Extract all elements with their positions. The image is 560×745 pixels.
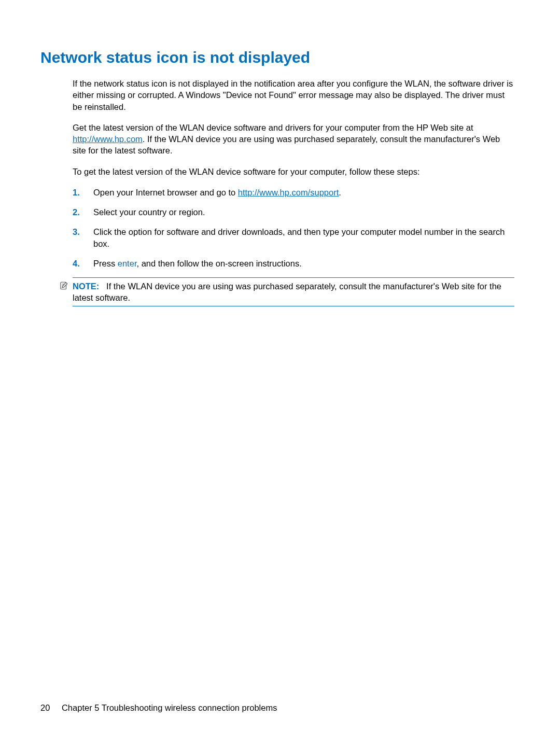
note-text: NOTE: If the WLAN device you are using w…: [73, 280, 514, 304]
note-label: NOTE:: [73, 282, 99, 291]
hp-home-link[interactable]: http://www.hp.com: [73, 134, 143, 144]
step-number: 2.: [73, 206, 93, 218]
step-text: Click the option for software and driver…: [93, 226, 514, 249]
step-number: 3.: [73, 226, 93, 237]
page-heading: Network status icon is not displayed: [40, 49, 520, 66]
step-4: 4. Press enter, and then follow the on-s…: [73, 258, 514, 269]
note-body: If the WLAN device you are using was pur…: [73, 282, 501, 302]
enter-key: enter: [118, 259, 137, 268]
intro-paragraph-1: If the network status icon is not displa…: [73, 78, 514, 113]
step1-pre: Open your Internet browser and go to: [93, 188, 238, 197]
step4-post: , and then follow the on-screen instruct…: [136, 259, 301, 268]
step-number: 1.: [73, 187, 93, 198]
step4-pre: Press: [93, 259, 118, 268]
step-text: Select your country or region.: [93, 206, 514, 218]
note-rule-bottom: [73, 306, 514, 306]
body-content: If the network status icon is not displa…: [73, 78, 514, 269]
page-footer: 20 Chapter 5 Troubleshooting wireless co…: [40, 703, 277, 713]
para2-pre: Get the latest version of the WLAN devic…: [73, 123, 473, 132]
note-block: NOTE: If the WLAN device you are using w…: [59, 277, 514, 306]
chapter-title: Chapter 5 Troubleshooting wireless conne…: [62, 703, 277, 712]
step-3: 3. Click the option for software and dri…: [73, 226, 514, 249]
steps-list: 1. Open your Internet browser and go to …: [73, 187, 514, 269]
note-icon: [59, 280, 73, 292]
page-number: 20: [40, 703, 50, 712]
step1-post: .: [339, 188, 341, 197]
step-text: Press enter, and then follow the on-scre…: [93, 258, 514, 269]
step-number: 4.: [73, 258, 93, 269]
step-1: 1. Open your Internet browser and go to …: [73, 187, 514, 198]
step-text: Open your Internet browser and go to htt…: [93, 187, 514, 198]
step-2: 2. Select your country or region.: [73, 206, 514, 218]
intro-paragraph-3: To get the latest version of the WLAN de…: [73, 166, 514, 177]
intro-paragraph-2: Get the latest version of the WLAN devic…: [73, 122, 514, 157]
hp-support-link[interactable]: http://www.hp.com/support: [238, 188, 339, 197]
